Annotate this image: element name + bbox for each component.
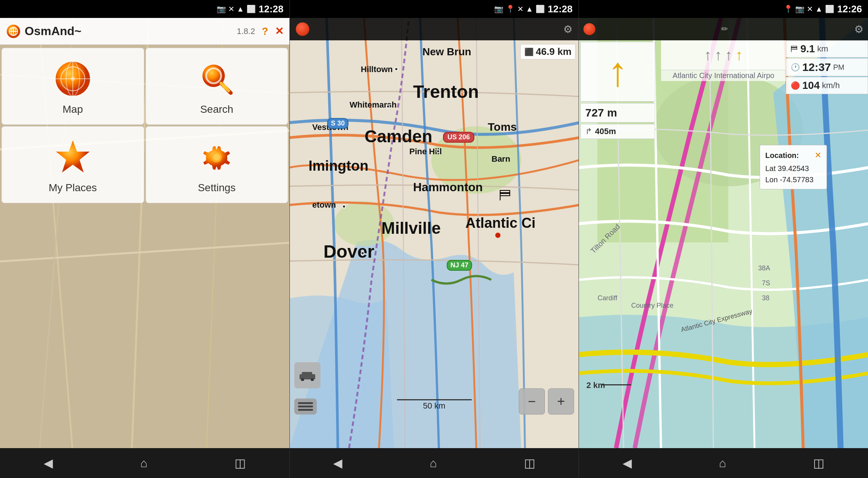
recent-button-3[interactable]: ◫ [802,452,836,474]
map-view-3[interactable]: ✏ ⚙ ↑ 727 m ↱ 405m ↑ ↑ ↑ ↑ Atlantic City… [579,18,868,448]
speedometer-icon: 🔴 [791,81,800,90]
location-popup: Location: ✕ Lat 39.42543 Lon -74.57783 [760,145,827,189]
city-hilltown: Hilltown [361,65,393,74]
osmand-logo-3[interactable] [583,23,595,35]
distance-box: ⬛ 46.9 km [520,44,576,59]
menu-bar-2 [298,406,313,407]
location-popup-header: Location: ✕ [765,149,821,161]
city-dover: Dover [323,241,374,262]
stat-distance: ⛿ 9.1 km [786,40,868,58]
globe-icon [54,60,92,97]
zoom-in-button[interactable]: + [548,388,574,415]
location-label: Location: [765,150,799,161]
arrows-row: ↑ ↑ ↑ ↑ [661,40,786,70]
back-button-1[interactable]: ◀ [32,452,64,474]
nav-header-gear-3[interactable]: ⚙ [854,23,864,35]
recent-button-2[interactable]: ◫ [513,452,546,474]
screenshot-icon: 📷 [217,4,226,13]
menu-bar-3 [298,409,313,411]
arrow-up-1: ↑ [704,47,712,63]
home-button-2[interactable]: ⌂ [418,453,448,474]
wifi-icon-2: ▲ [526,5,533,13]
menu-item-search[interactable]: Search [146,48,288,125]
scale-bar-3 [601,384,631,385]
svg-point-18 [71,77,75,81]
map-view-2[interactable]: ⚙ ⬛ 46.9 km New Brun Hilltown Trenton Wh… [290,18,579,448]
osmand-logo-2[interactable] [296,22,309,36]
car-icon [298,370,317,381]
star-icon [54,139,92,176]
city-dot-3 [436,149,440,153]
city-barn: Barn [492,154,510,164]
arrow-up-2: ↑ [714,47,722,63]
menu-button-2[interactable] [294,398,317,415]
panel-1: 📷 ✕ ▲ ⬜ 12:28 [0,0,289,478]
car-button[interactable] [294,362,320,388]
status-time-2: 12:28 [548,3,573,15]
location-dot [495,233,500,238]
myplaces-label: My Places [49,182,97,194]
home-button-3[interactable]: ⌂ [708,453,737,474]
settings-icon [198,139,235,176]
badge-s30: S 30 [327,118,348,129]
app-version: 1.8.2 [237,27,255,36]
city-imington: Imington [309,158,368,174]
help-button[interactable]: ? [262,25,268,37]
battery-icon-2: ⬜ [536,4,545,13]
app-title: OsmAnd~ [25,24,233,38]
nav-header-title-3: ✏ [721,24,729,34]
stats-panel: ⛿ 9.1 km 🕐 12:37 PM 🔴 104 km/h [786,40,868,94]
bottom-nav-3: ◀ ⌂ ◫ [579,448,868,478]
screenshot-icon-3: 📷 [795,4,805,13]
city-atlantic-city: Atlantic Ci [465,215,536,231]
stat-speed-unit: km/h [822,81,840,90]
svg-rect-32 [302,372,312,376]
scale-line [397,399,472,400]
signal-icon: ✕ [228,4,235,13]
city-label-cardiff: Cardiff [598,294,617,302]
city-label-38a: 38A [758,264,770,272]
panel-2: 📷 📍 ✕ ▲ ⬜ 12:28 [289,0,579,478]
signal-icon-2: ✕ [517,4,524,13]
city-dot-4 [342,205,346,208]
battery-icon-3: ⬜ [825,4,834,13]
recent-button-1[interactable]: ◫ [223,452,257,474]
city-toms: Toms [488,121,517,133]
svg-point-25 [213,154,220,161]
status-time-3: 12:26 [837,3,862,15]
back-button-2[interactable]: ◀ [322,452,354,474]
arrow-up-yellow: ↑ [735,47,743,63]
status-time-1: 12:28 [259,3,284,15]
menu-item-myplaces[interactable]: My Places [1,126,144,203]
city-dot-1 [394,67,398,71]
bottom-nav-2: ◀ ⌂ ◫ [290,448,579,478]
turn-arrow-icon: ↑ [608,51,628,92]
panel-3: 📍 📷 ✕ ▲ ⬜ 12:26 [579,0,868,478]
arrow-up-3: ↑ [725,47,732,63]
scale-bar-2: 50 km [397,399,472,411]
menu-item-map[interactable]: Map [1,48,144,125]
menu-bar-1 [298,402,313,404]
wifi-icon: ▲ [237,5,244,13]
app-header: OsmAnd~ 1.8.2 ? ✕ [0,18,289,45]
location-close-button[interactable]: ✕ [815,149,821,161]
back-button-3[interactable]: ◀ [611,452,643,474]
clock-icon: 🕐 [791,63,800,72]
map-topbar-2: ⚙ [290,18,579,40]
menu-item-settings[interactable]: Settings [146,126,288,203]
search-label: Search [200,103,233,115]
close-button[interactable]: ✕ [275,25,283,37]
stat-speed: 🔴 104 km/h [786,77,868,94]
city-label-7s: 7S [762,279,770,287]
turn-panel: ↑ 727 m ↱ 405m [579,40,661,140]
app-logo-icon [6,24,21,39]
badge-us206: US 206 [443,132,474,143]
topbar-gear-2[interactable]: ⚙ [563,23,573,35]
stat-time-value: 12:37 [802,61,831,74]
zoom-out-button[interactable]: − [519,388,545,415]
location-icon-3: 📍 [784,4,793,13]
city-dot-2 [386,105,390,108]
status-icons-1: 📷 ✕ ▲ ⬜ [217,4,256,13]
turn-next-arrow-icon: ↱ [585,127,592,136]
home-button-1[interactable]: ⌂ [129,453,158,474]
